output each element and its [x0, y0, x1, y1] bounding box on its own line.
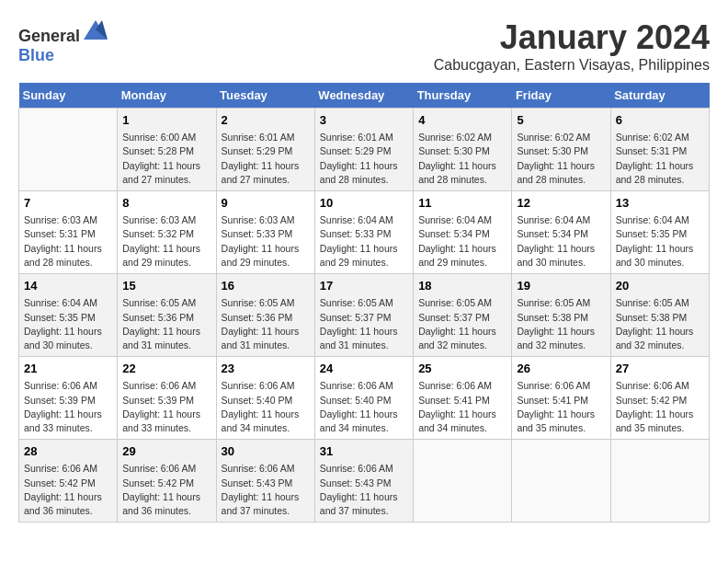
subtitle: Cabucgayan, Eastern Visayas, Philippines [434, 57, 710, 74]
day-info: Sunrise: 6:06 AM Sunset: 5:41 PM Dayligh… [418, 379, 506, 435]
day-cell [610, 440, 709, 523]
day-info: Sunrise: 6:00 AM Sunset: 5:28 PM Dayligh… [122, 131, 210, 187]
day-number: 13 [616, 195, 704, 212]
main-title: January 2024 [434, 18, 710, 57]
logo-general: General [18, 27, 80, 45]
day-cell: 12Sunrise: 6:04 AM Sunset: 5:34 PM Dayli… [512, 191, 610, 274]
day-cell: 7Sunrise: 6:03 AM Sunset: 5:31 PM Daylig… [19, 191, 118, 274]
day-cell: 24Sunrise: 6:06 AM Sunset: 5:40 PM Dayli… [314, 357, 413, 440]
weekday-header-saturday: Saturday [610, 83, 709, 109]
day-cell: 6Sunrise: 6:02 AM Sunset: 5:31 PM Daylig… [610, 109, 709, 191]
day-info: Sunrise: 6:04 AM Sunset: 5:34 PM Dayligh… [418, 213, 506, 270]
day-number: 4 [418, 112, 506, 129]
day-info: Sunrise: 6:04 AM Sunset: 5:35 PM Dayligh… [24, 296, 112, 352]
day-number: 1 [122, 112, 210, 129]
day-number: 3 [320, 112, 408, 129]
day-cell: 22Sunrise: 6:06 AM Sunset: 5:39 PM Dayli… [118, 357, 216, 440]
day-number: 11 [418, 195, 506, 212]
day-number: 2 [222, 112, 310, 129]
day-cell: 27Sunrise: 6:06 AM Sunset: 5:42 PM Dayli… [610, 357, 709, 440]
day-number: 15 [122, 278, 210, 294]
day-cell: 25Sunrise: 6:06 AM Sunset: 5:41 PM Dayli… [414, 357, 512, 440]
day-cell: 30Sunrise: 6:06 AM Sunset: 5:43 PM Dayli… [216, 440, 314, 523]
day-number: 27 [616, 361, 704, 377]
day-cell [414, 440, 512, 523]
day-info: Sunrise: 6:01 AM Sunset: 5:29 PM Dayligh… [320, 131, 408, 187]
day-cell: 3Sunrise: 6:01 AM Sunset: 5:29 PM Daylig… [314, 109, 413, 191]
day-cell: 8Sunrise: 6:03 AM Sunset: 5:32 PM Daylig… [118, 191, 216, 274]
week-row-4: 21Sunrise: 6:06 AM Sunset: 5:39 PM Dayli… [19, 357, 710, 440]
day-info: Sunrise: 6:04 AM Sunset: 5:35 PM Dayligh… [616, 213, 704, 270]
day-number: 25 [418, 361, 506, 377]
day-number: 17 [320, 278, 408, 294]
day-cell: 10Sunrise: 6:04 AM Sunset: 5:33 PM Dayli… [314, 191, 413, 274]
day-info: Sunrise: 6:06 AM Sunset: 5:42 PM Dayligh… [122, 462, 210, 518]
day-cell: 2Sunrise: 6:01 AM Sunset: 5:29 PM Daylig… [216, 109, 314, 191]
weekday-header-row: SundayMondayTuesdayWednesdayThursdayFrid… [19, 83, 710, 109]
weekday-header-thursday: Thursday [414, 83, 512, 109]
day-info: Sunrise: 6:02 AM Sunset: 5:30 PM Dayligh… [418, 131, 506, 187]
day-number: 21 [24, 361, 112, 377]
day-number: 18 [418, 278, 506, 294]
day-info: Sunrise: 6:06 AM Sunset: 5:40 PM Dayligh… [320, 379, 408, 435]
day-number: 19 [517, 278, 605, 294]
day-info: Sunrise: 6:05 AM Sunset: 5:38 PM Dayligh… [616, 296, 704, 352]
day-info: Sunrise: 6:05 AM Sunset: 5:36 PM Dayligh… [222, 296, 310, 352]
day-info: Sunrise: 6:06 AM Sunset: 5:39 PM Dayligh… [24, 379, 112, 435]
day-cell: 21Sunrise: 6:06 AM Sunset: 5:39 PM Dayli… [19, 357, 118, 440]
day-number: 26 [517, 361, 605, 377]
week-row-2: 7Sunrise: 6:03 AM Sunset: 5:31 PM Daylig… [19, 191, 710, 274]
day-number: 22 [122, 361, 210, 377]
day-info: Sunrise: 6:03 AM Sunset: 5:32 PM Dayligh… [122, 213, 210, 270]
logo-blue: Blue [18, 46, 54, 64]
day-number: 28 [24, 443, 112, 460]
week-row-3: 14Sunrise: 6:04 AM Sunset: 5:35 PM Dayli… [19, 274, 710, 357]
day-number: 10 [320, 195, 408, 212]
day-cell: 16Sunrise: 6:05 AM Sunset: 5:36 PM Dayli… [216, 274, 314, 357]
day-info: Sunrise: 6:06 AM Sunset: 5:43 PM Dayligh… [222, 462, 310, 518]
day-cell: 1Sunrise: 6:00 AM Sunset: 5:28 PM Daylig… [118, 109, 216, 191]
day-cell [19, 109, 118, 191]
day-number: 30 [222, 443, 310, 460]
day-info: Sunrise: 6:06 AM Sunset: 5:39 PM Dayligh… [122, 379, 210, 435]
day-info: Sunrise: 6:05 AM Sunset: 5:37 PM Dayligh… [418, 296, 506, 352]
day-cell [512, 440, 610, 523]
day-number: 24 [320, 361, 408, 377]
day-number: 14 [24, 278, 112, 294]
day-info: Sunrise: 6:06 AM Sunset: 5:41 PM Dayligh… [517, 379, 605, 435]
day-number: 16 [222, 278, 310, 294]
day-info: Sunrise: 6:06 AM Sunset: 5:42 PM Dayligh… [24, 462, 112, 518]
day-cell: 17Sunrise: 6:05 AM Sunset: 5:37 PM Dayli… [314, 274, 413, 357]
day-cell: 11Sunrise: 6:04 AM Sunset: 5:34 PM Dayli… [414, 191, 512, 274]
weekday-header-sunday: Sunday [19, 83, 118, 109]
day-cell: 19Sunrise: 6:05 AM Sunset: 5:38 PM Dayli… [512, 274, 610, 357]
day-number: 31 [320, 443, 408, 460]
day-info: Sunrise: 6:05 AM Sunset: 5:38 PM Dayligh… [517, 296, 605, 352]
week-row-5: 28Sunrise: 6:06 AM Sunset: 5:42 PM Dayli… [19, 440, 710, 523]
day-cell: 23Sunrise: 6:06 AM Sunset: 5:40 PM Dayli… [216, 357, 314, 440]
weekday-header-wednesday: Wednesday [314, 83, 413, 109]
day-info: Sunrise: 6:01 AM Sunset: 5:29 PM Dayligh… [222, 131, 310, 187]
logo: General Blue [18, 18, 109, 65]
day-cell: 5Sunrise: 6:02 AM Sunset: 5:30 PM Daylig… [512, 109, 610, 191]
day-cell: 26Sunrise: 6:06 AM Sunset: 5:41 PM Dayli… [512, 357, 610, 440]
day-cell: 28Sunrise: 6:06 AM Sunset: 5:42 PM Dayli… [19, 440, 118, 523]
day-number: 12 [517, 195, 605, 212]
day-info: Sunrise: 6:05 AM Sunset: 5:36 PM Dayligh… [122, 296, 210, 352]
day-info: Sunrise: 6:06 AM Sunset: 5:42 PM Dayligh… [616, 379, 704, 435]
weekday-header-friday: Friday [512, 83, 610, 109]
day-info: Sunrise: 6:03 AM Sunset: 5:31 PM Dayligh… [24, 213, 112, 270]
weekday-header-tuesday: Tuesday [216, 83, 314, 109]
day-cell: 31Sunrise: 6:06 AM Sunset: 5:43 PM Dayli… [314, 440, 413, 523]
day-info: Sunrise: 6:06 AM Sunset: 5:43 PM Dayligh… [320, 462, 408, 518]
day-cell: 15Sunrise: 6:05 AM Sunset: 5:36 PM Dayli… [118, 274, 216, 357]
day-number: 20 [616, 278, 704, 294]
day-info: Sunrise: 6:02 AM Sunset: 5:30 PM Dayligh… [517, 131, 605, 187]
day-info: Sunrise: 6:03 AM Sunset: 5:33 PM Dayligh… [222, 213, 310, 270]
title-area: January 2024 Cabucgayan, Eastern Visayas… [434, 18, 710, 74]
day-info: Sunrise: 6:04 AM Sunset: 5:33 PM Dayligh… [320, 213, 408, 270]
day-cell: 9Sunrise: 6:03 AM Sunset: 5:33 PM Daylig… [216, 191, 314, 274]
day-number: 6 [616, 112, 704, 129]
week-row-1: 1Sunrise: 6:00 AM Sunset: 5:28 PM Daylig… [19, 109, 710, 191]
day-cell: 13Sunrise: 6:04 AM Sunset: 5:35 PM Dayli… [610, 191, 709, 274]
